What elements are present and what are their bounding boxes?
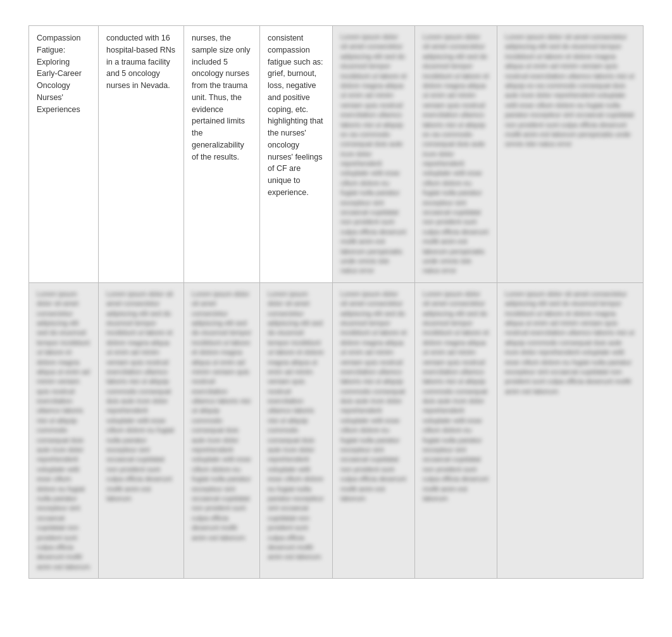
blurred-cell-3: Lorem ipsum dolor sit amet consectetur a…: [497, 26, 643, 282]
blurred-r2c1: Lorem ipsum dolor sit amet consectetur a…: [37, 289, 90, 572]
sample-text: nurses, the sample size only included 5 …: [192, 34, 250, 161]
table-row: Compassion Fatigue: Exploring Early-Care…: [29, 26, 643, 283]
compassion-text: consistent compassion fatigue such as: g…: [268, 34, 323, 197]
blurred-row2-cell-1: Lorem ipsum dolor sit amet consectetur a…: [29, 283, 99, 578]
blurred-row2-cell-5: Lorem ipsum dolor sit amet consectetur a…: [333, 283, 415, 578]
blurred-row2-cell-7: Lorem ipsum dolor sit amet consectetur a…: [497, 283, 643, 578]
blurred-row2-cell-2: Lorem ipsum dolor sit amet consectetur a…: [99, 283, 184, 578]
blurred-r2c5: Lorem ipsum dolor sit amet consectetur a…: [340, 289, 407, 504]
blurred-content-1: Lorem ipsum dolor sit amet consectetur a…: [340, 32, 407, 276]
page-wrapper: Compassion Fatigue: Exploring Early-Care…: [0, 0, 672, 604]
main-table: Compassion Fatigue: Exploring Early-Care…: [28, 25, 644, 579]
title-text: Compassion Fatigue: Exploring Early-Care…: [37, 34, 82, 114]
conducted-cell: conducted with 16 hospital-based RNs in …: [99, 26, 184, 282]
blurred-r2c6: Lorem ipsum dolor sit amet consectetur a…: [423, 289, 489, 504]
blurred-row2-cell-3: Lorem ipsum dolor sit amet consectetur a…: [184, 283, 260, 578]
blurred-content-3: Lorem ipsum dolor sit amet consectetur a…: [505, 32, 635, 149]
table-row-2: Lorem ipsum dolor sit amet consectetur a…: [29, 283, 643, 578]
blurred-cell-1: Lorem ipsum dolor sit amet consectetur a…: [333, 26, 415, 282]
blurred-r2c7: Lorem ipsum dolor sit amet consectetur a…: [505, 289, 635, 396]
sample-cell: nurses, the sample size only included 5 …: [184, 26, 260, 282]
blurred-row2-cell-4: Lorem ipsum dolor sit amet consectetur a…: [260, 283, 333, 578]
title-cell: Compassion Fatigue: Exploring Early-Care…: [29, 26, 99, 282]
blurred-r2c4: Lorem ipsum dolor sit amet consectetur a…: [268, 289, 325, 562]
blurred-r2c2: Lorem ipsum dolor sit amet consectetur a…: [106, 289, 176, 504]
blurred-cell-2: Lorem ipsum dolor sit amet consectetur a…: [415, 26, 497, 282]
conducted-text: conducted with 16 hospital-based RNs in …: [106, 34, 175, 90]
compassion-cell: consistent compassion fatigue such as: g…: [260, 26, 333, 282]
blurred-row2-cell-6: Lorem ipsum dolor sit amet consectetur a…: [415, 283, 497, 578]
blurred-content-2: Lorem ipsum dolor sit amet consectetur a…: [423, 32, 489, 276]
blurred-r2c3: Lorem ipsum dolor sit amet consectetur a…: [192, 289, 252, 543]
